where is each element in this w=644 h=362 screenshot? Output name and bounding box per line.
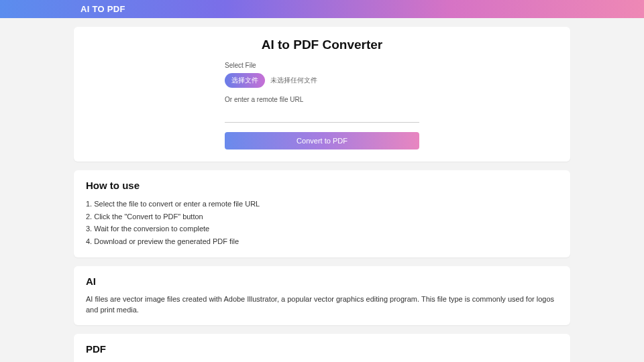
header: AI TO PDF	[0, 0, 644, 18]
howto-title: How to use	[86, 180, 558, 191]
file-status: 未选择任何文件	[270, 76, 317, 85]
howto-step: 1. Select the file to convert or enter a…	[86, 198, 558, 210]
converter-card: AI to PDF Converter Select File 选择文件 未选择…	[74, 27, 570, 162]
choose-file-button[interactable]: 选择文件	[225, 73, 265, 88]
ai-title: AI	[86, 276, 558, 287]
or-url-label: Or enter a remote file URL	[225, 96, 419, 103]
logo[interactable]: AI TO PDF	[80, 4, 564, 14]
pdf-title: PDF	[86, 343, 558, 355]
convert-button[interactable]: Convert to PDF	[225, 132, 419, 149]
url-input[interactable]	[225, 109, 419, 123]
howto-card: How to use 1. Select the file to convert…	[74, 170, 570, 257]
page-title: AI to PDF Converter	[86, 38, 558, 52]
howto-step: 4. Download or preview the generated PDF…	[86, 235, 558, 248]
howto-step: 3. Wait for the conversion to complete	[86, 223, 558, 235]
ai-info-card: AI AI files are vector image files creat…	[74, 266, 570, 325]
howto-step: 2. Click the "Convert to PDF" button	[86, 210, 558, 223]
select-file-label: Select File	[225, 62, 419, 69]
pdf-info-card: PDF PDF is a document file format that c…	[74, 334, 570, 362]
ai-description: AI files are vector image files created …	[86, 294, 558, 316]
